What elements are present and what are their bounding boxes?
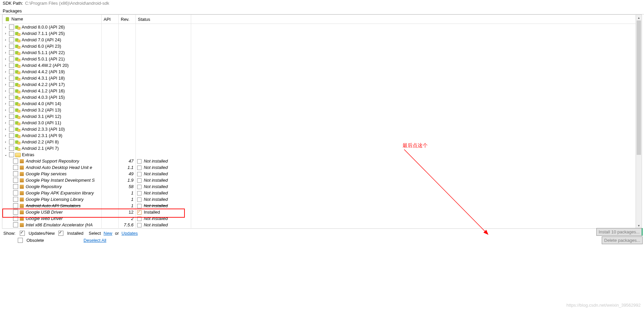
row-checkbox[interactable] (9, 69, 14, 74)
scroll-up-icon[interactable]: ▴ (636, 15, 642, 20)
expand-icon[interactable]: › (3, 114, 8, 119)
expand-icon[interactable]: › (3, 146, 8, 151)
row-checkbox[interactable] (9, 25, 14, 30)
platform-row[interactable]: › Android 4.0 (API 14) (3, 100, 642, 107)
extras-item-row[interactable]: Android Support Repository 47 Not instal… (3, 158, 642, 164)
row-checkbox[interactable] (9, 88, 14, 93)
expand-icon[interactable]: › (3, 76, 8, 81)
extras-item-row[interactable]: Google USB Driver 12 Installed (3, 209, 642, 215)
platform-row[interactable]: › Android 3.1 (API 12) (3, 113, 642, 120)
row-checkbox[interactable] (9, 133, 14, 138)
install-packages-button[interactable]: Install 10 packages... (596, 228, 643, 236)
platform-row[interactable]: › Android 3.0 (API 11) (3, 120, 642, 126)
col-rev[interactable]: Rev. (119, 15, 136, 24)
updates-new-checkbox[interactable] (20, 231, 25, 236)
row-checkbox[interactable] (13, 216, 18, 221)
scroll-down-icon[interactable]: ▾ (636, 223, 642, 228)
row-checkbox[interactable] (13, 197, 18, 202)
platform-row[interactable]: › Android 4.4W.2 (API 20) (3, 62, 642, 69)
platform-row[interactable]: › Android 4.1.2 (API 16) (3, 88, 642, 94)
platform-row[interactable]: › Android 6.0 (API 23) (3, 43, 642, 49)
platform-row[interactable]: › Android 4.4.2 (API 19) (3, 69, 642, 75)
row-checkbox[interactable] (9, 120, 14, 125)
extras-item-row[interactable]: Google Play Instant Development S 1.9 No… (3, 177, 642, 183)
row-checkbox[interactable] (13, 178, 18, 183)
extras-item-row[interactable]: Google Play Licensing Library 1 Not inst… (3, 196, 642, 203)
installed-checkbox[interactable] (58, 231, 63, 236)
row-checkbox[interactable] (9, 146, 14, 151)
platform-row[interactable]: › Android 4.0.3 (API 15) (3, 94, 642, 100)
extras-item-row[interactable]: Android Auto Desktop Head Unit e 1.1 Not… (3, 164, 642, 171)
obsolete-checkbox[interactable] (18, 238, 23, 243)
row-checkbox[interactable] (9, 56, 14, 61)
expand-icon[interactable]: › (3, 57, 8, 61)
row-checkbox[interactable] (9, 152, 14, 157)
platform-row[interactable]: › Android 4.3.1 (API 18) (3, 75, 642, 81)
extras-item-row[interactable]: Intel x86 Emulator Accelerator (HA 7.5.6… (3, 222, 642, 228)
expand-icon[interactable]: › (3, 63, 8, 68)
expand-icon[interactable]: › (3, 44, 8, 49)
row-checkbox[interactable] (9, 37, 14, 42)
scroll-thumb[interactable] (637, 20, 641, 155)
platform-row[interactable]: › Android 2.2 (API 8) (3, 139, 642, 145)
extras-item-row[interactable]: Google Play APK Expansion library 1 Not … (3, 190, 642, 196)
row-checkbox[interactable] (13, 190, 18, 195)
platform-row[interactable]: › Android 2.3.3 (API 10) (3, 126, 642, 132)
row-checkbox[interactable] (9, 95, 14, 100)
expand-icon[interactable]: › (3, 31, 8, 36)
collapse-icon[interactable]: ⌄ (3, 152, 8, 157)
row-checkbox[interactable] (13, 203, 18, 208)
vertical-scrollbar[interactable]: ▴ ▾ (636, 15, 642, 228)
col-status[interactable]: Status (136, 15, 191, 24)
expand-icon[interactable]: › (3, 121, 8, 125)
row-checkbox[interactable] (9, 76, 14, 81)
expand-icon[interactable]: › (3, 140, 8, 144)
extras-folder-row[interactable]: ⌄ Extras (3, 151, 642, 158)
expand-icon[interactable]: › (3, 82, 8, 87)
platform-row[interactable]: › Android 4.2.2 (API 17) (3, 81, 642, 88)
row-checkbox[interactable] (9, 44, 14, 49)
expand-icon[interactable]: › (3, 38, 8, 42)
expand-icon[interactable]: › (3, 133, 8, 138)
expand-icon[interactable]: › (3, 25, 8, 30)
platform-row[interactable]: › Android 8.0.0 (API 26) (3, 24, 642, 31)
row-checkbox[interactable] (13, 184, 18, 189)
col-api[interactable]: API (102, 15, 119, 24)
row-checkbox[interactable] (9, 127, 14, 132)
row-checkbox[interactable] (13, 222, 18, 227)
extras-item-row[interactable]: Google Web Driver 2 Not installed (3, 215, 642, 222)
deselect-all-link[interactable]: Deselect All (84, 238, 106, 243)
row-checkbox[interactable] (9, 50, 14, 55)
extras-item-row[interactable]: Google Repository 58 Not installed (3, 183, 642, 190)
row-checkbox[interactable] (9, 101, 14, 106)
platform-row[interactable]: › Android 5.0.1 (API 21) (3, 56, 642, 62)
select-updates-link[interactable]: Updates (121, 231, 138, 236)
expand-icon[interactable]: › (3, 70, 8, 74)
row-checkbox[interactable] (13, 171, 18, 176)
row-checkbox[interactable] (13, 165, 18, 170)
platform-row[interactable]: › Android 7.1.1 (API 25) (3, 30, 642, 37)
expand-icon[interactable]: › (3, 89, 8, 93)
row-checkbox[interactable] (9, 82, 14, 87)
expand-icon[interactable]: › (3, 50, 8, 55)
expand-icon[interactable]: › (3, 127, 8, 132)
platform-row[interactable]: › Android 7.0 (API 24) (3, 37, 642, 43)
row-checkbox[interactable] (9, 114, 14, 119)
col-name[interactable]: Name (3, 15, 102, 24)
row-checkbox[interactable] (13, 159, 18, 164)
expand-icon[interactable]: › (3, 101, 8, 106)
row-checkbox[interactable] (9, 63, 14, 68)
row-checkbox[interactable] (9, 31, 14, 36)
extras-item-row[interactable]: Google Play services 49 Not installed (3, 171, 642, 177)
row-checkbox[interactable] (9, 139, 14, 144)
row-checkbox[interactable] (9, 107, 14, 113)
platform-row[interactable]: › Android 5.1.1 (API 22) (3, 49, 642, 56)
platform-row[interactable]: › Android 2.3.1 (API 9) (3, 132, 642, 139)
extras-item-row[interactable]: Android Auto API Simulators 1 Not instal… (3, 203, 642, 209)
platform-row[interactable]: › Android 3.2 (API 13) (3, 107, 642, 113)
expand-icon[interactable]: › (3, 95, 8, 100)
select-new-link[interactable]: New (104, 231, 112, 236)
row-checkbox[interactable] (13, 210, 18, 215)
expand-icon[interactable]: › (3, 108, 8, 113)
platform-row[interactable]: › Android 2.1 (API 7) (3, 145, 642, 151)
